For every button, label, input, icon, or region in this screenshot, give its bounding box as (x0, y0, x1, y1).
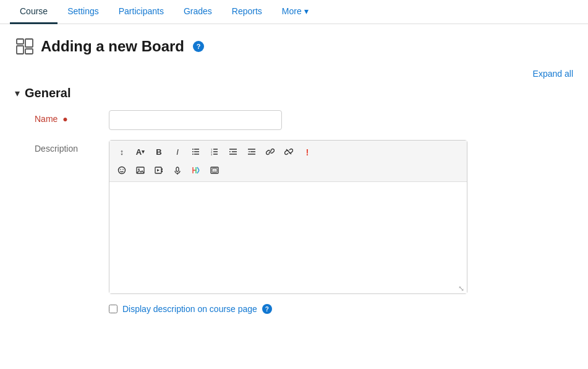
toolbar-row-2 (113, 162, 463, 179)
italic-button[interactable]: I (169, 143, 186, 160)
page-title-row: Adding a new Board ? (15, 37, 573, 56)
general-section-header: ▾ General (15, 86, 573, 100)
description-field-row: Description ↕ A▾ B I 123 (15, 140, 573, 294)
expand-all-row: Expand all (15, 69, 573, 79)
svg-rect-44 (213, 170, 216, 171)
svg-rect-3 (25, 49, 33, 54)
required-icon: ● (62, 114, 67, 124)
accessibility-button[interactable]: ! (299, 143, 316, 160)
svg-point-30 (138, 168, 139, 170)
display-description-help-icon[interactable]: ? (262, 304, 272, 314)
tab-course[interactable]: Course (10, 0, 58, 24)
svg-line-40 (197, 167, 199, 170)
expand-all-button[interactable]: Expand all (533, 69, 573, 79)
svg-rect-0 (17, 39, 23, 44)
svg-point-26 (119, 167, 126, 174)
font-color-button[interactable]: A▾ (132, 143, 149, 160)
svg-line-41 (197, 170, 199, 173)
tab-grades[interactable]: Grades (174, 0, 222, 24)
tab-settings[interactable]: Settings (58, 0, 109, 24)
editor-body[interactable]: ⤡ (109, 182, 467, 293)
svg-point-8 (192, 151, 194, 152)
embed-button[interactable] (206, 162, 223, 179)
tab-reports[interactable]: Reports (222, 0, 272, 24)
media-button[interactable] (150, 162, 168, 179)
nav-bar: Course Settings Participants Grades Repo… (0, 0, 588, 24)
display-description-label: Display description on course page (122, 304, 257, 314)
svg-rect-1 (17, 46, 23, 54)
indent-decrease-button[interactable] (224, 143, 242, 160)
section-toggle[interactable]: ▾ (15, 87, 20, 99)
tab-more[interactable]: More (272, 0, 318, 24)
page-help-icon[interactable]: ? (193, 41, 204, 52)
audio-button[interactable] (169, 162, 186, 179)
section-title: General (25, 86, 70, 100)
svg-marker-34 (157, 169, 160, 171)
svg-text:3: 3 (211, 153, 213, 156)
toolbar-row-1: ↕ A▾ B I 123 (113, 143, 463, 160)
svg-marker-23 (248, 151, 250, 152)
svg-line-25 (286, 149, 291, 154)
emoji-button[interactable] (113, 162, 130, 179)
svg-rect-33 (161, 171, 163, 173)
svg-point-9 (192, 154, 194, 155)
unordered-list-button[interactable] (187, 143, 205, 160)
h5p-button[interactable] (187, 162, 205, 179)
rich-text-editor: ↕ A▾ B I 123 (109, 140, 467, 294)
svg-rect-32 (161, 168, 163, 170)
image-button[interactable] (132, 162, 149, 179)
bold-button[interactable]: B (150, 143, 168, 160)
svg-point-27 (120, 169, 121, 170)
svg-rect-35 (176, 167, 179, 171)
name-label: Name ● (35, 110, 109, 124)
page-content: Adding a new Board ? Expand all ▾ Genera… (0, 24, 588, 326)
svg-point-28 (122, 169, 124, 170)
display-description-checkbox[interactable] (109, 305, 117, 313)
tab-participants[interactable]: Participants (109, 0, 174, 24)
description-label: Description (35, 140, 109, 154)
name-input[interactable] (109, 110, 282, 130)
svg-rect-2 (25, 39, 33, 47)
editor-toolbar: ↕ A▾ B I 123 (109, 141, 467, 182)
resize-handle[interactable]: ⤡ (458, 285, 466, 292)
display-description-row: Display description on course page ? (15, 304, 573, 314)
svg-point-7 (192, 149, 194, 150)
name-field-row: Name ● (15, 110, 573, 130)
svg-marker-19 (229, 151, 231, 152)
chevron-down-icon (304, 6, 309, 16)
page-title: Adding a new Board (41, 38, 184, 55)
indent-increase-button[interactable] (243, 143, 260, 160)
link-button[interactable] (262, 143, 279, 160)
move-button[interactable]: ↕ (113, 143, 130, 160)
ordered-list-button[interactable]: 123 (206, 143, 223, 160)
unlink-button[interactable] (280, 143, 297, 160)
board-icon (15, 37, 35, 56)
